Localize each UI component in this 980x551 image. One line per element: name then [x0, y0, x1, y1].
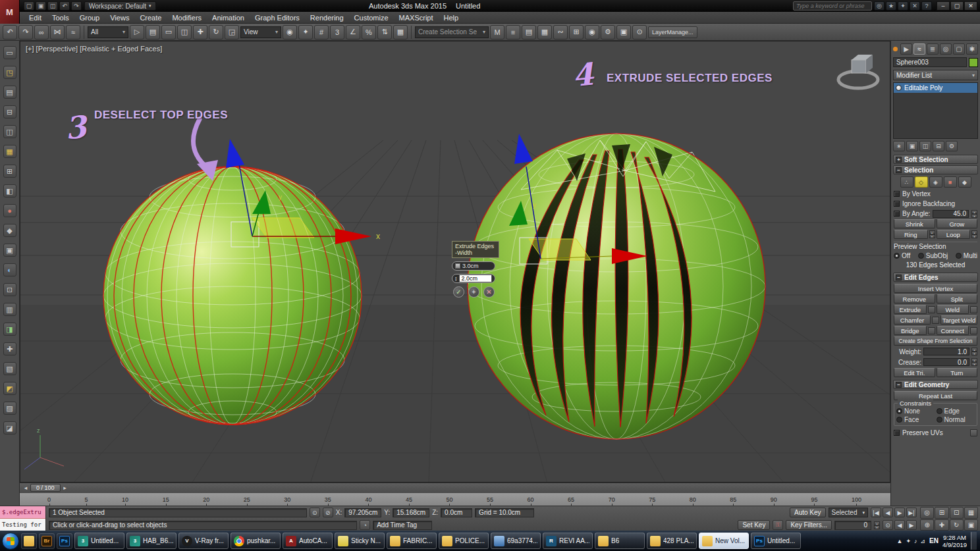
volume-icon[interactable]: ♪	[914, 538, 917, 544]
border-icon[interactable]: ◈	[929, 176, 942, 188]
maximize-button[interactable]: ▢	[950, 1, 964, 11]
object-name-field[interactable]: Sphere003	[893, 57, 967, 67]
target-weld-button[interactable]: Target Weld	[940, 315, 977, 325]
taskbar-button[interactable]: V-Ray fr...	[178, 533, 229, 549]
network-icon[interactable]: ⊿	[921, 538, 926, 544]
show-end-result-icon[interactable]: ▣	[906, 141, 918, 151]
open-file-icon[interactable]: ▣	[36, 1, 46, 11]
preview-subobj-radio[interactable]	[918, 253, 924, 259]
taskbar-button[interactable]: Sticky N...	[335, 533, 385, 549]
taskbar-button[interactable]: 428 PLA...	[647, 533, 697, 549]
track-bar[interactable]: 0510152025303540455055606570758085909510…	[20, 492, 890, 506]
extrude-width-field[interactable]: ▴▾ 2.0cm	[452, 274, 495, 283]
repeat-last-button[interactable]: Repeat Last	[894, 391, 977, 400]
ignore-backfacing-checkbox[interactable]	[894, 201, 900, 207]
field-of-view-icon[interactable]: ⊕	[920, 519, 934, 531]
viewport-label[interactable]: [+] [Perspective] [Realistic + Edged Fac…	[26, 45, 162, 53]
snaps-toggle-icon[interactable]: 3	[330, 25, 344, 39]
chamfer-settings-button[interactable]	[932, 317, 939, 324]
display-tab-icon[interactable]: ▢	[953, 43, 965, 55]
connect-button[interactable]: Connect	[937, 326, 969, 335]
menu-item[interactable]: Customize	[349, 12, 394, 24]
key-mode-toggle-icon[interactable]: ⊙	[883, 520, 893, 530]
language-indicator[interactable]: EN	[929, 537, 939, 544]
weld-button[interactable]: Weld	[937, 305, 969, 314]
weight-spinner[interactable]: ▴▾	[971, 348, 977, 355]
current-frame-field[interactable]: 0	[834, 521, 871, 530]
add-time-tag-field[interactable]: Add Time Tag	[373, 521, 432, 530]
schematic-view-icon[interactable]: ⊞	[569, 25, 584, 39]
menu-item[interactable]: MAXScript	[394, 12, 439, 24]
taskbar-button[interactable]: B6	[595, 533, 645, 549]
stack-item-editable-poly[interactable]: Editable Poly	[894, 83, 977, 93]
layer-manager-button[interactable]: LayerManage...	[648, 26, 697, 38]
utilities-tab-icon[interactable]: ✱	[966, 43, 978, 55]
keyboard-shortcut-override-icon[interactable]: #	[314, 25, 329, 39]
left-toolbar-icon[interactable]: ✚	[3, 342, 16, 355]
left-toolbar-icon[interactable]: ⊞	[3, 165, 16, 178]
extrude-settings-button[interactable]	[928, 306, 935, 313]
action-center-icon[interactable]: ✦	[906, 538, 912, 544]
use-pivot-point-icon[interactable]: ◉	[283, 25, 297, 39]
go-to-start-icon[interactable]: |◀	[871, 508, 881, 517]
loop-spinner[interactable]: ▴▾	[971, 230, 977, 238]
menu-item[interactable]: Rendering	[305, 12, 349, 24]
time-slider[interactable]: ◂ 0 / 100 ▸	[20, 483, 890, 492]
select-and-move-icon[interactable]: ✚	[193, 25, 207, 39]
isolate-selection-icon[interactable]: ⊙	[310, 508, 320, 517]
adobe-bridge-icon[interactable]	[39, 533, 55, 549]
edge-icon[interactable]: ◇	[915, 176, 928, 188]
create-shape-from-selection-button[interactable]: Create Shape From Selection	[894, 336, 977, 346]
left-toolbar-icon[interactable]: ▦	[3, 145, 16, 158]
zoom-icon[interactable]: ◎	[920, 507, 934, 519]
taskbar-button[interactable]: Untitled...	[751, 533, 801, 549]
menu-item[interactable]: Animation	[207, 12, 250, 24]
render-production-icon[interactable]: ⊙	[632, 25, 647, 39]
set-keys-icon[interactable]: ⚿	[773, 520, 783, 530]
object-color-swatch[interactable]	[969, 58, 978, 67]
left-toolbar-icon[interactable]: ⊟	[3, 105, 16, 118]
search-go-icon[interactable]: ◎	[874, 1, 885, 11]
by-angle-field[interactable]: 45.0	[933, 210, 969, 218]
zoom-extents-icon[interactable]: ⊡	[950, 507, 964, 519]
grow-button[interactable]: Grow	[937, 219, 978, 228]
connect-settings-button[interactable]	[970, 327, 977, 334]
visibility-bulb-icon[interactable]	[896, 85, 902, 91]
crease-spinner[interactable]: ▴▾	[971, 358, 977, 366]
align-icon[interactable]: ≡	[506, 25, 520, 39]
remove-modifier-icon[interactable]: ⊟	[933, 141, 944, 151]
pan-icon[interactable]: ✚	[935, 519, 948, 531]
left-toolbar-icon[interactable]: ◳	[3, 66, 16, 79]
close-button[interactable]: ✕	[964, 1, 977, 11]
y-coordinate-field[interactable]: 15.168cm	[393, 508, 429, 517]
rollout-selection[interactable]: − Selection	[893, 165, 978, 174]
redo-small-icon[interactable]: ↷	[71, 1, 82, 11]
taskbar-button[interactable]: Untitled...	[74, 533, 124, 549]
render-setup-icon[interactable]: ⚙	[601, 25, 615, 39]
workspace-dropdown[interactable]: Workspace: Default▾	[84, 1, 156, 11]
preview-multi-radio[interactable]	[956, 253, 962, 259]
curve-editor-icon[interactable]: ∾	[553, 25, 568, 39]
weight-field[interactable]: 1.0	[923, 348, 969, 355]
caddy-apply-button[interactable]: +	[468, 286, 479, 298]
named-selection-sets-dropdown[interactable]: Create Selection Se▾	[415, 26, 489, 38]
rendered-frame-window-icon[interactable]: ▣	[616, 25, 631, 39]
remove-button[interactable]: Remove	[894, 294, 935, 303]
menu-item[interactable]: Tools	[47, 12, 74, 24]
constraint-normal-radio[interactable]	[937, 417, 942, 423]
go-to-end-icon[interactable]: ▶|	[906, 508, 917, 517]
loop-button[interactable]: Loop	[937, 230, 971, 239]
layer-manager-icon[interactable]: ▤	[522, 25, 536, 39]
left-toolbar-icon[interactable]: ◨	[3, 323, 16, 336]
new-scene-icon[interactable]: ▢	[24, 1, 34, 11]
angle-snap-icon[interactable]: ∠	[346, 25, 360, 39]
edit-named-selection-icon[interactable]: ▦	[393, 25, 408, 39]
chamfer-button[interactable]: Chamfer	[894, 315, 931, 325]
graphite-ribbon-icon[interactable]: ▦	[537, 25, 552, 39]
taskbar-button[interactable]: pushkar...	[231, 533, 281, 549]
by-vertex-checkbox[interactable]	[894, 191, 900, 197]
undo-small-icon[interactable]: ↶	[59, 1, 70, 11]
reference-coordinate-system-dropdown[interactable]: View▾	[240, 26, 281, 38]
menu-item[interactable]: Help	[439, 12, 464, 24]
material-editor-icon[interactable]: ◉	[585, 25, 599, 39]
